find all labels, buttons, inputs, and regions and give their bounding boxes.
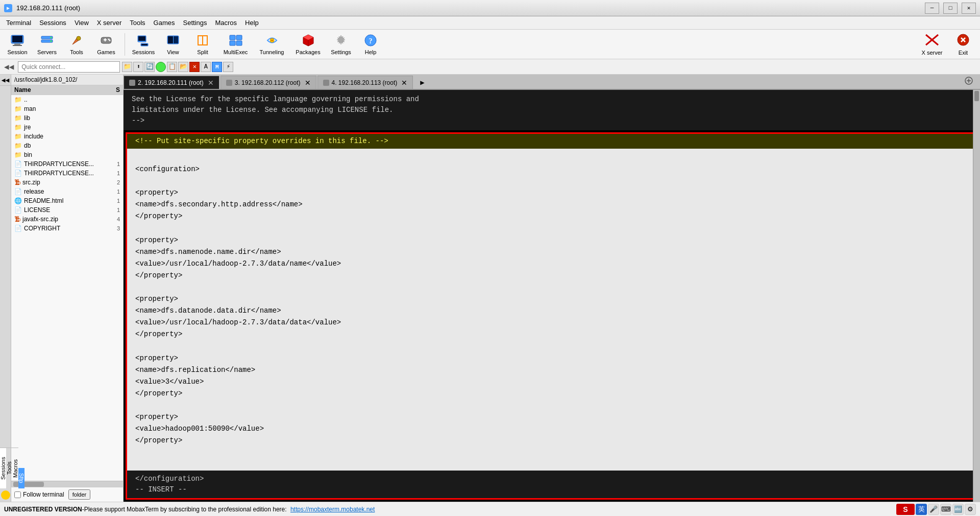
sidebar-btn-1[interactable]: 📁 [122, 62, 132, 72]
file-item-license[interactable]: 📄 LICENSE 1 [11, 205, 123, 215]
sidebar-btn-3[interactable]: 🔄 [144, 62, 155, 72]
sidebar-btn-9[interactable]: ⚡ [223, 62, 233, 72]
keyboard-icon[interactable]: ⌨ [940, 504, 951, 515]
file-name: THIRDPARTYLICENSE... [24, 160, 94, 168]
file-item-javafxzip[interactable]: 🗜 javafx-src.zip 4 [11, 215, 123, 224]
toolbar-sessions[interactable]: Sessions [130, 32, 157, 57]
tab-scroll-right[interactable]: ▶ [417, 76, 427, 89]
file-item-lib[interactable]: 📁 lib [11, 113, 123, 123]
help-icon: ? [363, 33, 378, 48]
xserver-button[interactable]: X server [917, 32, 947, 57]
toolbar-packages[interactable]: Packages [291, 32, 325, 57]
nav-tab-macros[interactable]: Macros [12, 448, 18, 488]
left-nav-tabs: ◀◀ Sessions Tools Macros Sftp [0, 75, 11, 502]
menu-macros[interactable]: Macros [211, 16, 241, 29]
editor-content[interactable]: <configuration> <property> <name>dfs.sec… [127, 149, 976, 471]
mic-icon[interactable]: 🎤 [928, 504, 939, 515]
exit-button[interactable]: Exit [950, 32, 976, 57]
file-item-copyright[interactable]: 📄 COPYRIGHT 3 [11, 224, 123, 233]
toolbar-session[interactable]: Session [4, 32, 31, 57]
tab-close-1[interactable]: ✕ [208, 79, 214, 87]
file-item-include[interactable]: 📁 include [11, 132, 123, 141]
scrollbar-thumb-terminal[interactable] [974, 91, 979, 101]
right-toolbar: X server Exit [917, 32, 976, 57]
menu-terminal[interactable]: Terminal [2, 16, 35, 29]
svg-rect-17 [141, 44, 148, 45]
file-item-thirdparty2[interactable]: 📄 THIRDPARTYLICENSE... 1 [11, 169, 123, 178]
menu-sessions[interactable]: Sessions [35, 16, 70, 29]
sidebar-btn-6[interactable]: 📂 [178, 62, 188, 72]
editor-line-blank5 [135, 341, 968, 353]
tab-2[interactable]: 3. 192.168.20.112 (root) ✕ [220, 76, 316, 89]
nav-tab-sftp[interactable]: Sftp [18, 468, 24, 488]
menu-xserver[interactable]: X server [93, 16, 126, 29]
translate-icon[interactable]: 🔤 [952, 504, 964, 515]
file-item-jre[interactable]: 📁 jre [11, 123, 123, 132]
file-item-thirdparty1[interactable]: 📄 THIRDPARTYLICENSE... 1 [11, 159, 123, 169]
nav-tab-sessions[interactable]: Sessions [0, 448, 6, 488]
folder-button[interactable]: folder [68, 489, 91, 500]
menu-games[interactable]: Games [150, 16, 179, 29]
file-item-bin[interactable]: 📁 bin [11, 150, 123, 159]
toolbar-tools[interactable]: Tools [63, 32, 90, 57]
toolbar-multiexec[interactable]: MultiExec [219, 32, 252, 57]
terminal-scrollbar[interactable] [973, 90, 980, 502]
toolbar: Session Servers Tools Games Sessions Vi [0, 30, 980, 59]
editor-line-prop1-open: <property> [135, 187, 968, 199]
svg-point-6 [51, 37, 52, 38]
quick-connect-input[interactable] [18, 61, 120, 73]
file-item-readme[interactable]: 🌐 README.html 1 [11, 196, 123, 205]
toolbar-settings[interactable]: Settings [328, 32, 354, 57]
folder-icon: 📁 [14, 142, 22, 149]
file-name: lib [24, 114, 30, 122]
nav-collapse-btn[interactable]: ◀◀ [0, 75, 11, 86]
menu-view[interactable]: View [70, 16, 93, 29]
toolbar-servers[interactable]: Servers [34, 32, 60, 57]
sidebar-btn-7[interactable]: A [201, 62, 211, 72]
toolbar-split[interactable]: Split [189, 32, 216, 57]
toolbar-games[interactable]: Games [93, 32, 119, 57]
file-item-release[interactable]: 📄 release 1 [11, 187, 123, 196]
tab-new-btn[interactable] [961, 75, 977, 89]
nav-tab-tools[interactable]: Tools [6, 448, 12, 488]
sessions-icon [136, 33, 151, 48]
toolbar-help[interactable]: ? Help [357, 32, 384, 57]
sidebar-btn-4[interactable] [156, 62, 166, 72]
tab-close-3[interactable]: ✕ [401, 79, 407, 87]
file-scrollbar[interactable] [11, 481, 123, 487]
minimize-button[interactable]: ─ [925, 3, 939, 14]
lang-icon: 英 [916, 504, 927, 515]
tab-3[interactable]: 4. 192.168.20.113 (root) ✕ [317, 76, 413, 89]
maximize-button[interactable]: □ [943, 3, 958, 14]
tab-label-2: 3. 192.168.20.112 (root) [235, 79, 301, 86]
close-button[interactable]: ✕ [962, 3, 976, 14]
sidebar-btn-5[interactable]: 📋 [167, 62, 177, 72]
file-item-db[interactable]: 📁 db [11, 141, 123, 150]
menu-settings[interactable]: Settings [179, 16, 211, 29]
file-name: javafx-src.zip [22, 216, 58, 223]
toolbar-tunneling[interactable]: Tunneling [255, 32, 288, 57]
svg-rect-20 [174, 36, 178, 43]
follow-terminal-checkbox[interactable] [14, 491, 21, 498]
menu-tools[interactable]: Tools [126, 16, 149, 29]
toolbar-view[interactable]: View [160, 32, 186, 57]
editor-line-prop5-close: </property> [135, 435, 968, 447]
tab-icon-2 [226, 80, 232, 86]
file-item-dotdot[interactable]: 📁 .. [11, 95, 123, 104]
editor-line-prop2-value: <value>/usr/local/hadoop-2.7.3/data/name… [135, 258, 968, 270]
menu-help[interactable]: Help [241, 16, 263, 29]
file-item-man[interactable]: 📁 man [11, 104, 123, 113]
status-link[interactable]: https://mobaxterm.mobatek.net [290, 506, 375, 513]
folder-icon: 📁 [14, 133, 22, 140]
terminal-bottom: </configuration> -- INSERT -- [127, 471, 976, 498]
sidebar-btn-8[interactable]: M [212, 62, 222, 72]
sidebar-btn-close[interactable]: ✕ [189, 62, 200, 72]
folder-icon: 📁 [14, 114, 22, 122]
file-item-srczip[interactable]: 🗜 src.zip 2 [11, 178, 123, 187]
tab-1[interactable]: 2. 192.168.20.111 (root) ✕ [124, 76, 219, 89]
file-name: include [24, 133, 43, 140]
nav-back-icon[interactable]: ◀◀ [4, 62, 14, 72]
sidebar-btn-2[interactable]: ⬆ [133, 62, 143, 72]
tab-close-2[interactable]: ✕ [305, 79, 311, 87]
settings2-icon[interactable]: ⚙ [965, 504, 976, 515]
